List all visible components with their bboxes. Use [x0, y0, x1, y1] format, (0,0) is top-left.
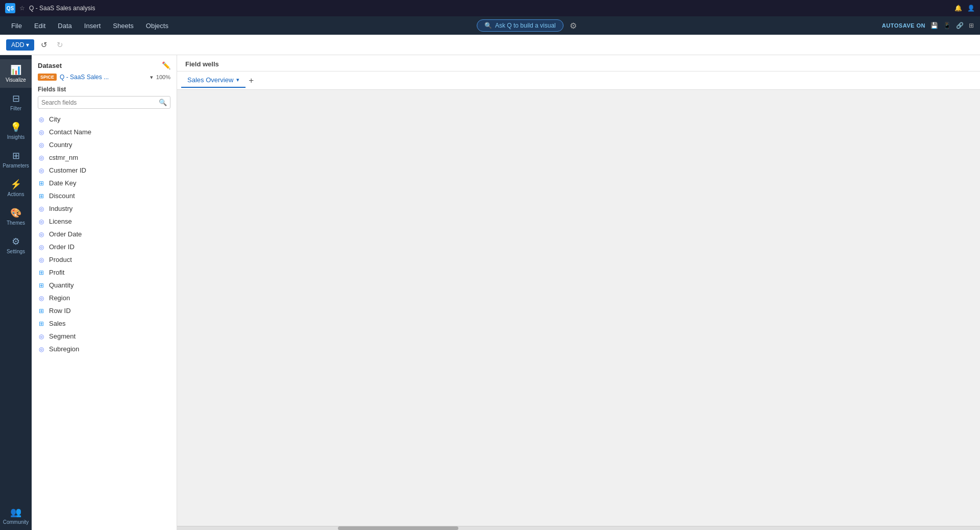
sidebar-themes-label: Themes: [7, 220, 25, 226]
menu-data[interactable]: Data: [53, 20, 77, 32]
undo-button[interactable]: ↺: [38, 39, 50, 51]
visualize-icon: 📊: [10, 64, 21, 76]
grid-icon[interactable]: ⊞: [969, 22, 974, 29]
field-item[interactable]: ◎ Industry: [32, 202, 177, 215]
notification-icon[interactable]: 🔔: [954, 5, 962, 12]
field-name: Sales: [49, 320, 66, 327]
field-item[interactable]: ◎ Country: [32, 138, 177, 151]
sidebar-item-themes[interactable]: 🎨 Themes: [0, 202, 32, 231]
field-item[interactable]: ◎ Subregion: [32, 343, 177, 355]
bottom-scrollbar[interactable]: [177, 526, 980, 530]
sidebar-item-actions[interactable]: ⚡ Actions: [0, 174, 32, 202]
actions-icon: ⚡: [10, 179, 21, 190]
edit-dataset-icon[interactable]: ✏️: [162, 61, 170, 69]
menu-sheets[interactable]: Sheets: [108, 20, 138, 32]
field-item[interactable]: ◎ cstmr_nm: [32, 151, 177, 164]
sidebar-community-label: Community: [3, 519, 29, 525]
fields-list: ◎ City ◎ Contact Name ◎ Country ◎ cstmr_…: [32, 113, 177, 530]
dataset-name[interactable]: Q - SaaS Sales ...: [60, 74, 147, 81]
field-item[interactable]: ⊞ Discount: [32, 189, 177, 202]
sidebar-item-insights[interactable]: 💡 Insights: [0, 116, 32, 145]
window-title: Q - SaaS Sales analysis: [29, 5, 95, 12]
add-chevron: ▾: [26, 41, 29, 49]
field-name: Discount: [49, 192, 75, 200]
menu-objects[interactable]: Objects: [141, 20, 174, 32]
add-button[interactable]: ADD ▾: [6, 39, 34, 51]
field-name: Product: [49, 256, 72, 263]
menu-file[interactable]: File: [6, 20, 27, 32]
field-item[interactable]: ◎ Order Date: [32, 228, 177, 240]
sidebar-item-community[interactable]: 👥 Community: [0, 501, 32, 530]
dataset-row: SPICE Q - SaaS Sales ... ▾ 100%: [32, 74, 177, 86]
field-type-icon: ◎: [38, 218, 45, 225]
field-name: Subregion: [49, 345, 79, 353]
ask-q-button[interactable]: 🔍 Ask Q to build a visual: [477, 19, 564, 32]
redo-button[interactable]: ↻: [54, 39, 66, 51]
field-item[interactable]: ◎ Region: [32, 292, 177, 304]
sidebar-item-parameters[interactable]: ⊞ Parameters: [0, 145, 32, 174]
field-item[interactable]: ⊞ Date Key: [32, 177, 177, 189]
settings-gear-button[interactable]: ⚙: [568, 19, 579, 33]
sheet-tab-sales-overview[interactable]: Sales Overview ▾: [181, 73, 246, 88]
field-name: License: [49, 218, 72, 225]
field-item[interactable]: ⊞ Sales: [32, 317, 177, 330]
field-type-icon: ◎: [38, 205, 45, 212]
fields-panel: Dataset ✏️ SPICE Q - SaaS Sales ... ▾ 10…: [32, 55, 177, 530]
menu-bar: File Edit Data Insert Sheets Objects 🔍 A…: [0, 16, 980, 35]
menu-edit[interactable]: Edit: [29, 20, 51, 32]
toolbar: ADD ▾ ↺ ↻: [0, 35, 980, 55]
dataset-title: Dataset: [38, 62, 62, 69]
autosave-badge: AUTOSAVE ON: [882, 22, 925, 29]
field-item[interactable]: ◎ License: [32, 215, 177, 228]
field-type-icon: ◎: [38, 154, 45, 161]
field-type-icon: ◎: [38, 295, 45, 302]
spice-badge: SPICE: [38, 74, 57, 81]
sidebar-parameters-label: Parameters: [3, 163, 29, 168]
field-type-icon: ⊞: [38, 269, 45, 276]
field-wells-header: Field wells: [177, 55, 980, 71]
field-type-icon: ⊞: [38, 192, 45, 200]
user-icon[interactable]: 👤: [967, 5, 975, 12]
sidebar-item-filter[interactable]: ⊟ Filter: [0, 88, 32, 116]
menu-center: 🔍 Ask Q to build a visual ⚙: [477, 19, 579, 33]
field-item[interactable]: ⊞ Row ID: [32, 304, 177, 317]
field-item[interactable]: ◎ Contact Name: [32, 126, 177, 138]
field-type-icon: ◎: [38, 333, 45, 340]
field-type-icon: ◎: [38, 167, 45, 174]
title-bar-actions: 🔔 👤: [954, 5, 975, 12]
field-item[interactable]: ◎ Product: [32, 253, 177, 266]
field-item[interactable]: ⊞ Profit: [32, 266, 177, 279]
field-name: Customer ID: [49, 166, 86, 174]
sidebar-visualize-label: Visualize: [6, 77, 26, 83]
menu-insert[interactable]: Insert: [79, 20, 106, 32]
save-icon[interactable]: 💾: [930, 22, 938, 29]
field-type-icon: ◎: [38, 141, 45, 149]
search-fields-input[interactable]: [41, 99, 157, 106]
field-name: cstmr_nm: [49, 154, 78, 161]
share-icon[interactable]: 🔗: [956, 22, 964, 29]
add-label: ADD: [11, 41, 24, 49]
sidebar-item-visualize[interactable]: 📊 Visualize: [0, 59, 32, 88]
sidebar-item-settings[interactable]: ⚙ Settings: [0, 231, 32, 259]
mobile-icon[interactable]: 📱: [943, 22, 951, 29]
search-fields-box[interactable]: 🔍: [38, 96, 170, 109]
favorite-star[interactable]: ☆: [19, 5, 25, 12]
canvas-area: Field wells Sales Overview ▾ +: [177, 55, 980, 530]
sheet-tab-chevron-icon[interactable]: ▾: [236, 77, 239, 83]
sidebar-settings-label: Settings: [7, 249, 25, 254]
field-item[interactable]: ◎ City: [32, 113, 177, 126]
dataset-header: Dataset ✏️: [32, 61, 177, 74]
sidebar-insights-label: Insights: [7, 134, 24, 140]
field-item[interactable]: ◎ Segment: [32, 330, 177, 343]
field-name: Quantity: [49, 281, 74, 289]
filter-icon: ⊟: [12, 93, 20, 104]
dataset-chevron-icon[interactable]: ▾: [150, 74, 153, 81]
field-type-icon: ◎: [38, 256, 45, 263]
field-type-icon: ◎: [38, 129, 45, 136]
field-item[interactable]: ◎ Customer ID: [32, 164, 177, 177]
field-item[interactable]: ◎ Order ID: [32, 240, 177, 253]
app-logo: QS: [5, 3, 15, 13]
field-item[interactable]: ⊞ Quantity: [32, 279, 177, 292]
scrollbar-thumb[interactable]: [338, 526, 458, 530]
add-sheet-button[interactable]: +: [246, 76, 257, 86]
